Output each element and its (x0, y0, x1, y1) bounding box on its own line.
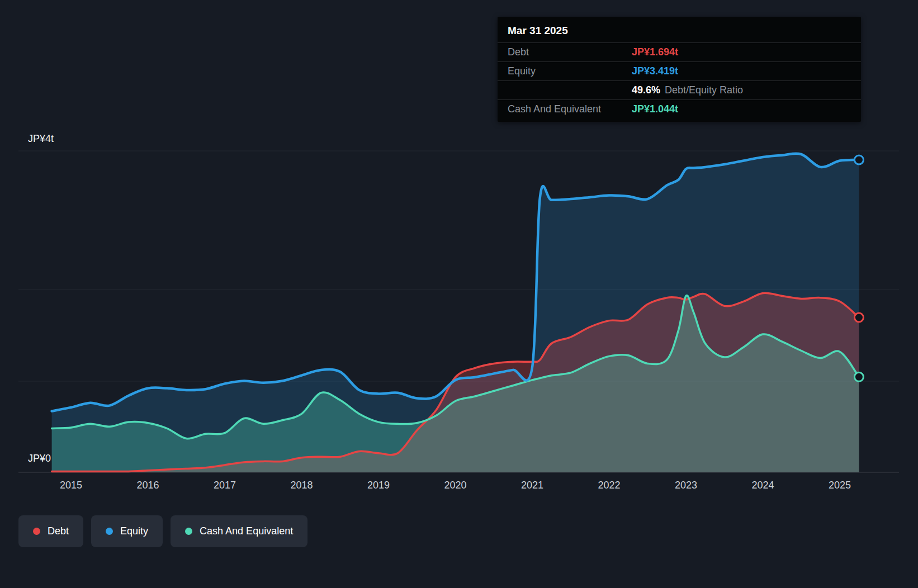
tooltip-row-equity: Equity JP¥3.419t (498, 61, 861, 80)
tooltip-date: Mar 31 2025 (498, 17, 861, 42)
equity-end-marker (854, 155, 863, 164)
x-tick-2017: 2017 (214, 480, 236, 491)
x-tick-2016: 2016 (136, 480, 159, 491)
equity-dot-icon (106, 528, 113, 535)
tooltip-debt-value: JP¥1.694t (632, 46, 678, 58)
chart-tooltip: Mar 31 2025 Debt JP¥1.694t Equity JP¥3.4… (498, 17, 861, 122)
legend-equity-label: Equity (120, 525, 148, 537)
x-tick-2025: 2025 (829, 480, 851, 491)
cash-dot-icon (185, 528, 192, 535)
chart-legend: Debt Equity Cash And Equivalent (18, 515, 307, 547)
tooltip-row-cash: Cash And Equivalent JP¥1.044t (498, 99, 861, 118)
x-tick-2024: 2024 (751, 480, 774, 491)
tooltip-debt-label: Debt (508, 46, 632, 58)
x-tick-2021: 2021 (521, 480, 543, 491)
legend-item-cash[interactable]: Cash And Equivalent (171, 515, 307, 547)
debt-dot-icon (33, 528, 40, 535)
cash-end-marker (854, 372, 863, 381)
tooltip-ratio-value: 49.6% (632, 84, 660, 96)
legend-cash-label: Cash And Equivalent (200, 525, 293, 537)
debt-end-marker (854, 313, 863, 322)
y-axis-label-zero: JP¥0 (28, 453, 51, 464)
y-axis-label-top: JP¥4t (28, 133, 54, 145)
tooltip-cash-label: Cash And Equivalent (508, 103, 632, 115)
x-tick-2022: 2022 (598, 480, 620, 491)
tooltip-cash-value: JP¥1.044t (632, 103, 678, 115)
x-tick-2023: 2023 (675, 480, 697, 491)
tooltip-row-ratio: 49.6%Debt/Equity Ratio (498, 80, 861, 99)
legend-debt-label: Debt (48, 525, 69, 537)
legend-item-equity[interactable]: Equity (91, 515, 163, 547)
legend-item-debt[interactable]: Debt (18, 515, 83, 547)
tooltip-equity-value: JP¥3.419t (632, 65, 678, 77)
x-tick-2020: 2020 (444, 480, 466, 491)
x-tick-2019: 2019 (367, 480, 390, 491)
debt-equity-history-chart: { "colors": { "debt": "#e64545", "equity… (0, 0, 918, 588)
x-tick-2018: 2018 (290, 480, 313, 491)
x-tick-2015: 2015 (60, 480, 82, 491)
tooltip-row-debt: Debt JP¥1.694t (498, 42, 861, 61)
tooltip-ratio-label: Debt/Equity Ratio (665, 84, 743, 96)
tooltip-equity-label: Equity (508, 65, 632, 77)
